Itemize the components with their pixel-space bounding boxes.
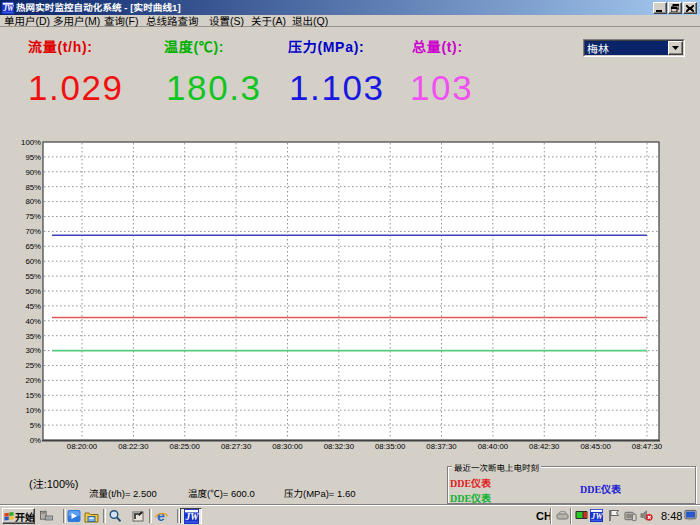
- printer-icon[interactable]: [39, 509, 54, 523]
- x-tick-label: 08:32:30: [324, 442, 355, 451]
- modem-icon[interactable]: [556, 509, 569, 522]
- minimize-icon: [656, 5, 664, 12]
- clock[interactable]: 8:48: [661, 510, 682, 522]
- x-tick-label: 08:20:00: [67, 442, 98, 451]
- svg-text:e: e: [157, 509, 165, 523]
- app-logo-icon[interactable]: JW: [590, 509, 603, 522]
- y-tick-label: 50%: [25, 287, 41, 296]
- readout-label-4: 总量(t):: [412, 39, 463, 53]
- taskbar-separator: [550, 508, 552, 524]
- close-icon: [686, 5, 694, 12]
- y-tick-label: 95%: [25, 153, 41, 162]
- plot-area: [43, 142, 659, 440]
- y-tick-label: 20%: [25, 376, 41, 385]
- y-tick-label: 55%: [25, 272, 41, 281]
- scanner-icon: [624, 510, 637, 522]
- svg-text:JW: JW: [590, 512, 603, 521]
- network-card-icon[interactable]: [575, 509, 588, 522]
- close-button[interactable]: [683, 2, 697, 14]
- y-tick-label: 75%: [25, 212, 41, 221]
- printer-icon: [39, 509, 54, 523]
- y-tick-label: 70%: [25, 227, 41, 236]
- full-scale-reference-1: 流量(t/h)= 2.500: [89, 486, 157, 500]
- y-tick-label: 100%: [21, 138, 41, 147]
- x-tick-label: 08:22:30: [118, 442, 149, 451]
- app-logo-icon: JW: [2, 2, 14, 14]
- x-axis-labels: 08:20:0008:22:3008:25:0008:27:3008:30:00…: [67, 442, 663, 451]
- menu-item-7[interactable]: 退出(Q): [292, 15, 328, 27]
- x-tick-label: 08:47:30: [632, 442, 663, 451]
- trend-chart: 0%5%10%15%20%25%30%35%40%45%50%55%60%65%…: [0, 128, 700, 458]
- desktop-screen: { "window": { "title": "热网实时监控自动化系统 - [实…: [0, 0, 700, 525]
- y-tick-label: 45%: [25, 302, 41, 311]
- monitor-icon: [684, 509, 697, 522]
- window-controls: [653, 2, 697, 14]
- station-selector[interactable]: 梅林: [583, 39, 685, 57]
- media-player-icon: [67, 509, 81, 523]
- menu-bar: 单用户(D)多用户(M)查询(F)总线路查询设置(S)关于(A)退出(Q): [0, 15, 700, 27]
- internet-explorer-icon[interactable]: e: [154, 509, 169, 523]
- readout-label-3: 压力(MPa):: [288, 39, 364, 53]
- dde-meter-label-1: DDE仪表: [450, 478, 491, 489]
- minimize-button[interactable]: [653, 2, 667, 14]
- full-scale-reference-2: 温度(℃)= 600.0: [188, 486, 255, 500]
- station-selector-value: 梅林: [585, 41, 668, 55]
- x-tick-label: 08:42:30: [529, 442, 560, 451]
- y-tick-label: 80%: [25, 197, 41, 206]
- internet-explorer-icon: e: [154, 509, 169, 523]
- taskbar-separator: [570, 508, 572, 524]
- readout-value-3: 1.103: [289, 70, 385, 105]
- x-tick-label: 08:45:00: [580, 442, 611, 451]
- svg-text:JW: JW: [2, 3, 14, 12]
- menu-item-5[interactable]: 设置(S): [209, 15, 244, 27]
- chevron-down-icon[interactable]: [668, 41, 683, 55]
- scanner-icon[interactable]: [624, 509, 637, 522]
- full-scale-reference-3: 压力(MPa)= 1.60: [284, 486, 356, 500]
- magnifier-icon[interactable]: [107, 509, 122, 523]
- folder-icon[interactable]: [84, 509, 99, 523]
- start-button[interactable]: 开始: [2, 508, 35, 524]
- show-desktop-icon[interactable]: [130, 509, 145, 523]
- power-event-panel-title: 最近一次断电上电时刻: [452, 462, 541, 472]
- application-window: JW 热网实时监控自动化系统 - [实时曲线1] 单用户(D)多用户(M)查询(…: [0, 0, 700, 505]
- x-tick-label: 08:25:00: [170, 442, 201, 451]
- modem-icon: [556, 510, 569, 521]
- chevron-down-icon: [672, 46, 679, 50]
- menu-item-6[interactable]: 关于(A): [251, 15, 286, 27]
- readout-value-4: 103: [410, 70, 473, 105]
- app-logo-icon: JW: [183, 510, 199, 523]
- menu-item-2[interactable]: 多用户(M): [53, 15, 100, 27]
- monitor-icon[interactable]: [684, 509, 697, 522]
- app-logo-icon: JW: [2, 2, 14, 14]
- toolbar-separator: [63, 509, 66, 523]
- app-logo-icon: JW: [590, 509, 603, 522]
- menu-item-1[interactable]: 单用户(D): [4, 15, 50, 27]
- y-tick-label: 65%: [25, 242, 41, 251]
- app-taskbar-button[interactable]: JW: [180, 508, 202, 524]
- x-tick-label: 08:27:30: [221, 442, 252, 451]
- y-axis-labels: 0%5%10%15%20%25%30%35%40%45%50%55%60%65%…: [21, 138, 41, 445]
- x-tick-label: 08:37:30: [426, 442, 457, 451]
- y-tick-label: 35%: [25, 332, 41, 341]
- x-tick-label: 08:35:00: [375, 442, 406, 451]
- menu-item-3[interactable]: 查询(F): [104, 15, 138, 27]
- magnifier-icon: [108, 509, 122, 523]
- flag-icon[interactable]: [607, 509, 620, 522]
- network-card-icon: [575, 510, 588, 521]
- start-button-label: 开始: [15, 511, 35, 522]
- muted-speaker-icon: [640, 509, 653, 522]
- readout-value-2: 180.3: [166, 70, 262, 105]
- y-tick-label: 60%: [25, 257, 41, 266]
- media-player-icon[interactable]: [66, 509, 81, 523]
- restore-button[interactable]: [668, 2, 682, 14]
- x-tick-label: 08:30:00: [272, 442, 303, 451]
- y-tick-label: 10%: [25, 406, 41, 415]
- y-tick-label: 25%: [25, 361, 41, 370]
- toolbar-separator: [149, 509, 152, 523]
- show-desktop-icon: [131, 509, 145, 523]
- menu-item-4[interactable]: 总线路查询: [146, 15, 199, 27]
- y-tick-label: 30%: [25, 346, 41, 355]
- readout-label-2: 温度(℃):: [164, 39, 224, 53]
- station-selector-field: 梅林: [584, 40, 684, 56]
- muted-speaker-icon[interactable]: [640, 509, 653, 522]
